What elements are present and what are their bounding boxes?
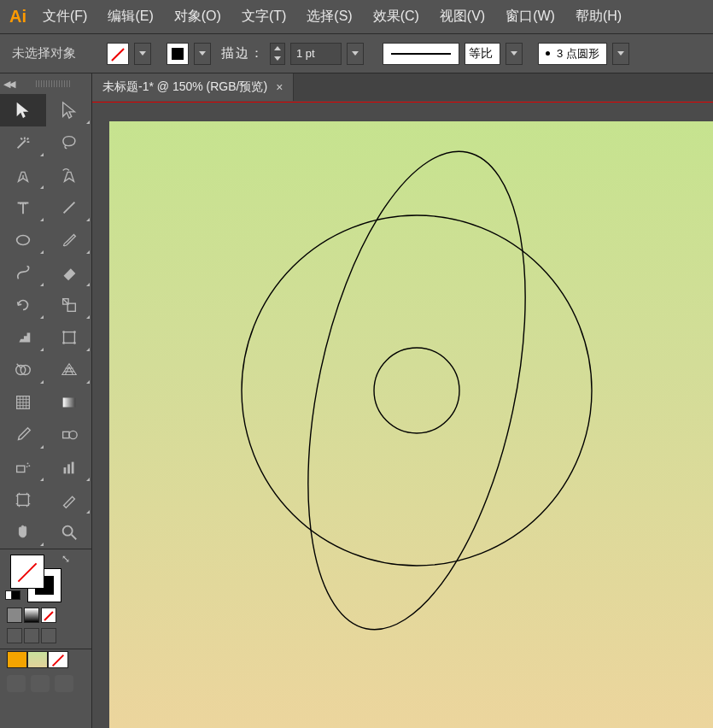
menu-type[interactable]: 文字(T) [231,3,296,31]
stroke-label: 描边： [216,45,265,62]
selection-status: 未选择对象 [7,45,81,62]
menu-select[interactable]: 选择(S) [296,3,362,31]
fill-swatch[interactable] [107,43,129,65]
svg-point-16 [28,465,30,467]
default-fill-stroke-icon[interactable] [5,587,20,602]
color-mode-solid[interactable] [7,608,22,623]
zoom-tool[interactable] [46,516,92,549]
svg-point-17 [26,466,28,467]
document-area: 未标题-1* @ 150% (RGB/预览) × [92,73,713,728]
ratio-label: 等比 [469,46,496,62]
stroke-profile[interactable] [383,43,459,65]
symbol-sprayer-tool[interactable] [0,451,46,484]
stroke-dropdown[interactable] [194,43,211,65]
direct-selection-tool[interactable] [46,94,92,126]
free-transform-tool[interactable] [46,321,92,354]
paintbrush-tool[interactable] [46,224,92,256]
menu-bar: Ai 文件(F) 编辑(E) 对象(O) 文字(T) 选择(S) 效果(C) 视… [0,0,713,34]
pencil-tool[interactable] [0,256,46,289]
shape-builder-tool[interactable] [0,354,46,386]
menu-help[interactable]: 帮助(H) [565,3,632,31]
artboard[interactable] [109,121,713,728]
svg-point-5 [73,331,76,333]
blend-tool[interactable] [46,419,92,451]
screen-mode-button[interactable] [7,675,26,692]
stroke-profile-dropdown[interactable] [506,43,523,65]
menu-object[interactable]: 对象(O) [164,3,231,31]
svg-point-13 [69,431,77,438]
swatch-none[interactable] [48,651,68,668]
eyedropper-tool[interactable] [0,419,46,451]
fill-dropdown[interactable] [134,43,151,65]
stroke-profile-label: 等比 [465,43,500,65]
eraser-tool[interactable] [46,256,92,289]
screen-mode-button-3[interactable] [55,675,73,692]
control-bar: 未选择对象 描边： 1 pt 等比 3 点圆形 [0,34,713,73]
svg-rect-12 [63,432,69,437]
document-tab[interactable]: 未标题-1* @ 150% (RGB/预览) × [92,73,294,101]
chevron-down-icon [139,51,146,56]
fill-stroke-indicator[interactable]: ⤡ [0,549,91,604]
perspective-grid-tool[interactable] [46,354,92,386]
draw-behind[interactable] [24,628,39,643]
type-tool[interactable] [0,191,46,224]
swatch-orange[interactable] [7,651,27,668]
collapse-chevrons-icon: ◀◀ [3,79,14,90]
menu-edit[interactable]: 编辑(E) [97,3,163,31]
panel-header[interactable]: ◀◀ [0,73,91,94]
hand-tool[interactable] [0,516,46,549]
rotate-tool[interactable] [0,289,46,321]
document-tabs: 未标题-1* @ 150% (RGB/预览) × [92,73,713,101]
mesh-tool[interactable] [0,386,46,419]
stroke-swatch[interactable] [167,43,189,65]
svg-rect-19 [67,464,70,473]
svg-rect-14 [17,466,25,472]
draw-inside[interactable] [41,628,56,643]
menu-view[interactable]: 视图(V) [430,3,495,31]
curvature-tool[interactable] [46,159,92,191]
svg-rect-3 [64,332,75,343]
pen-tool[interactable] [0,159,46,191]
menu-effect[interactable]: 效果(C) [363,3,430,31]
selection-tool[interactable] [0,94,46,126]
app-logo-text: Ai [9,7,26,26]
brush-definition-dropdown[interactable] [612,43,629,65]
svg-point-15 [27,463,29,465]
panel-grip[interactable] [17,80,88,87]
menu-window[interactable]: 窗口(W) [495,3,565,31]
swap-fill-stroke-icon[interactable]: ⤡ [61,553,70,565]
canvas[interactable] [92,104,713,728]
width-tool[interactable] [0,321,46,354]
document-tab-title: 未标题-1* @ 150% (RGB/预览) [102,79,267,95]
ellipse-tool[interactable] [0,224,46,256]
menu-file[interactable]: 文件(F) [32,3,97,31]
brush-definition[interactable]: 3 点圆形 [538,43,607,65]
swatch-gradient[interactable] [27,651,48,668]
chevron-up-icon [274,46,281,50]
stroke-weight-stepper[interactable] [270,43,285,65]
svg-point-4 [62,331,65,333]
svg-point-0 [17,236,30,245]
chevron-down-icon [617,51,624,56]
column-graph-tool[interactable] [46,451,92,484]
svg-rect-20 [72,462,74,474]
slice-tool[interactable] [46,484,92,516]
gradient-tool[interactable] [46,386,92,419]
close-tab-icon[interactable]: × [276,80,283,94]
lasso-tool[interactable] [46,126,92,159]
screen-mode-button-2[interactable] [31,675,50,692]
magic-wand-tool[interactable] [0,126,46,159]
svg-rect-21 [18,495,29,506]
stroke-weight-value: 1 pt [296,47,315,60]
fill-indicator[interactable] [10,555,44,589]
color-mode-gradient[interactable] [24,608,39,623]
svg-point-6 [62,342,65,344]
stroke-weight-field[interactable]: 1 pt [290,43,342,65]
artboard-tool[interactable] [0,484,46,516]
draw-normal[interactable] [7,628,22,643]
svg-point-25 [270,132,563,649]
stroke-weight-dropdown[interactable] [347,43,364,65]
line-segment-tool[interactable] [46,191,92,224]
scale-tool[interactable] [46,289,92,321]
color-mode-none[interactable] [41,608,56,623]
